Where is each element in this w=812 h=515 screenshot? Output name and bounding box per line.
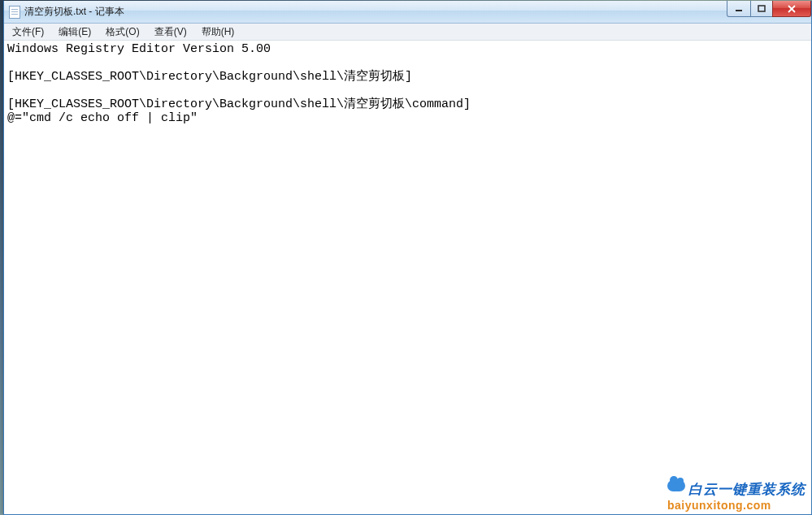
close-button[interactable] <box>772 1 811 17</box>
maximize-icon <box>758 5 766 13</box>
menu-format[interactable]: 格式(O) <box>101 24 144 40</box>
minimize-icon <box>735 5 743 13</box>
window-title: 清空剪切板.txt - 记事本 <box>24 5 124 19</box>
menu-edit[interactable]: 编辑(E) <box>54 24 96 40</box>
text-editor[interactable]: Windows Registry Editor Version 5.00 [HK… <box>4 41 811 514</box>
menubar: 文件(F) 编辑(E) 格式(O) 查看(V) 帮助(H) <box>4 24 811 41</box>
menu-view[interactable]: 查看(V) <box>150 24 192 40</box>
svg-rect-1 <box>758 6 765 11</box>
maximize-button[interactable] <box>750 1 773 17</box>
menu-help[interactable]: 帮助(H) <box>197 24 240 40</box>
notepad-window: 清空剪切板.txt - 记事本 文件(F) 编辑(E) 格式(O) 查看(V) … <box>3 1 812 515</box>
window-controls <box>727 1 811 17</box>
menu-file[interactable]: 文件(F) <box>7 24 49 40</box>
minimize-button[interactable] <box>727 1 751 17</box>
svg-rect-0 <box>736 10 742 11</box>
close-icon <box>787 5 797 13</box>
document-icon <box>9 6 20 19</box>
titlebar[interactable]: 清空剪切板.txt - 记事本 <box>4 1 811 24</box>
